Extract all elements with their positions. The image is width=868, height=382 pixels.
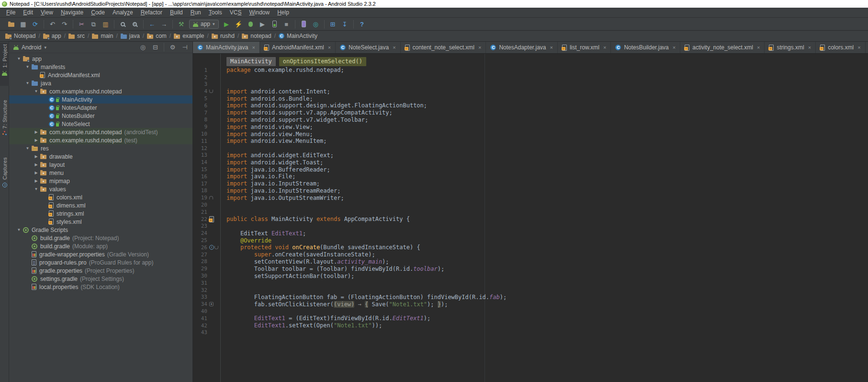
editor-tab-notesadapter-java[interactable]: CNotesAdapter.java× <box>486 42 558 53</box>
tree-row-settings.gradle[interactable]: settings.gradle(Project Settings) <box>9 275 192 283</box>
close-icon[interactable]: × <box>550 45 552 50</box>
breadcrumb-item-mainactivity[interactable]: CMainActivity <box>278 32 318 40</box>
tree-row-gradle.properties[interactable]: gradle.properties(Project Properties) <box>9 266 192 275</box>
tree-row-java[interactable]: ▼java <box>9 79 192 87</box>
collapse-all-button[interactable]: ⊟ <box>151 43 159 52</box>
tool-window-button-project[interactable]: 1: Project <box>0 43 9 86</box>
expanded-arrow-icon[interactable]: ▼ <box>32 187 40 191</box>
tree-row-strings.xml[interactable]: ‹›strings.xml <box>9 209 192 218</box>
menu-item-tools[interactable]: Tools <box>205 8 226 17</box>
menu-item-code[interactable]: Code <box>87 8 109 17</box>
editor-tab-notesbuilder-java[interactable]: CNotesBuilder.java× <box>611 42 680 53</box>
paste-button[interactable]: ▥ <box>101 20 110 28</box>
project-structure-button[interactable]: ⊞ <box>329 20 337 28</box>
breadcrumb-item-app[interactable]: app <box>42 32 62 40</box>
tree-row-mainactivity[interactable]: CMainActivity <box>9 95 192 104</box>
tree-row-res[interactable]: ▼res <box>9 144 192 152</box>
close-icon[interactable]: × <box>757 45 760 50</box>
tree-row-proguard-rules.pro[interactable]: proguard-rules.pro(ProGuard Rules for ap… <box>9 258 192 266</box>
breadcrumb-item-com[interactable]: com <box>146 32 168 40</box>
collapsed-arrow-icon[interactable]: ▶ <box>32 162 40 167</box>
expanded-arrow-icon[interactable]: ▼ <box>23 81 32 85</box>
collapsed-arrow-icon[interactable]: ▶ <box>32 179 40 183</box>
tool-window-button-structure[interactable]: 7: Structure <box>0 98 9 147</box>
run-button[interactable]: ▶ <box>223 20 231 28</box>
undo-button[interactable]: ↶ <box>48 20 56 28</box>
breadcrumb-item-rushd[interactable]: rushd <box>211 32 236 40</box>
stop-button[interactable]: ■ <box>282 20 291 28</box>
menu-item-build[interactable]: Build <box>166 8 187 17</box>
tree-row-values[interactable]: ▼values <box>9 185 192 193</box>
run-coverage-button[interactable]: ▶ <box>259 20 267 28</box>
fold-region-end-icon[interactable] <box>209 196 213 199</box>
project-tree[interactable]: ▼app▼manifests‹›AndroidManifest.xml▼java… <box>9 53 192 382</box>
tree-row-noteselect[interactable]: CNoteSelect <box>9 120 192 128</box>
settings-button[interactable]: ⚙ <box>169 43 177 52</box>
sdk-manager-button[interactable]: ◎ <box>312 20 320 28</box>
tree-row-dimens.xml[interactable]: ‹›dimens.xml <box>9 201 192 209</box>
cut-button[interactable]: ✂ <box>78 20 86 28</box>
editor-tab-mainactivity-java[interactable]: CMainActivity.java× <box>193 42 260 53</box>
expanded-arrow-icon[interactable]: ▼ <box>32 89 40 93</box>
replace-button[interactable]: A <box>131 20 139 28</box>
editor-surface[interactable]: MainActivityonOptionsItemSelected() 1pac… <box>193 54 868 382</box>
override-method-icon[interactable]: ↑ <box>209 245 214 250</box>
menu-item-view[interactable]: View <box>37 8 57 17</box>
editor-tab-activity-note-select-xml[interactable]: ‹›activity_note_select.xml× <box>680 42 765 53</box>
menu-item-edit[interactable]: Edit <box>19 8 37 17</box>
close-icon[interactable]: × <box>808 45 811 50</box>
debug-button[interactable] <box>247 20 255 28</box>
collapsed-arrow-icon[interactable]: ▶ <box>32 171 40 175</box>
tree-row-gradle-wrapper.properties[interactable]: gradle-wrapper.properties(Gradle Version… <box>9 250 192 258</box>
tree-row-app[interactable]: ▼app <box>9 55 192 63</box>
tree-row-com.example.rushd.notepad[interactable]: ▼com.example.rushd.notepad <box>9 87 192 95</box>
collapsed-arrow-icon[interactable]: ▶ <box>32 130 40 134</box>
menu-item-help[interactable]: Help <box>273 8 293 17</box>
tree-row-androidmanifest.xml[interactable]: ‹›AndroidManifest.xml <box>9 71 192 79</box>
tool-window-button-captures[interactable]: Captures <box>0 156 9 199</box>
close-icon[interactable]: × <box>252 45 255 50</box>
expanded-arrow-icon[interactable]: ▼ <box>23 65 32 69</box>
hide-button[interactable]: ⊣ <box>181 43 189 52</box>
tree-row-com.example.rushd.notepad[interactable]: ▶com.example.rushd.notepad(androidTest) <box>9 128 192 136</box>
fold-expand-icon[interactable]: + <box>209 302 214 306</box>
locate-button[interactable]: ◎ <box>139 43 147 52</box>
collapsed-arrow-icon[interactable]: ▶ <box>32 154 40 159</box>
menu-item-refactor[interactable]: Refactor <box>137 8 166 17</box>
close-icon[interactable]: × <box>328 45 331 50</box>
breadcrumb-item-notepad[interactable]: notepad <box>241 32 272 40</box>
expanded-arrow-icon[interactable]: ▼ <box>15 228 23 232</box>
menu-item-run[interactable]: Run <box>187 8 205 17</box>
menu-item-analyze[interactable]: Analyze <box>109 8 137 17</box>
apply-changes-button[interactable]: ⚡ <box>235 20 243 28</box>
breadcrumb-item-example[interactable]: example <box>173 32 205 40</box>
close-icon[interactable]: × <box>478 45 481 50</box>
tree-row-local.properties[interactable]: local.properties(SDK Location) <box>9 283 192 291</box>
back-button[interactable]: ← <box>148 20 156 28</box>
tree-row-layout[interactable]: ▶layout <box>9 161 192 169</box>
tree-row-manifests[interactable]: ▼manifests <box>9 63 192 71</box>
sync-button[interactable]: ⟳ <box>31 20 39 28</box>
save-all-button[interactable]: ▦ <box>19 20 27 28</box>
editor-tab-androidmanifest-xml[interactable]: ‹›AndroidManifest.xml× <box>260 42 336 53</box>
build-button[interactable]: ⚒ <box>177 20 185 28</box>
close-icon[interactable]: × <box>393 45 395 50</box>
close-icon[interactable]: × <box>673 45 676 50</box>
xml-file-icon[interactable]: ‹› <box>209 216 214 222</box>
forward-button[interactable]: → <box>160 20 168 28</box>
tree-row-com.example.rushd.notepad[interactable]: ▶com.example.rushd.notepad(test) <box>9 136 192 144</box>
avd-manager-button[interactable] <box>300 20 308 28</box>
breadcrumb-item-main[interactable]: main <box>91 32 114 40</box>
editor-tab-content-note-select-xml[interactable]: ‹›content_note_select.xml× <box>401 42 486 53</box>
tree-row-menu[interactable]: ▶menu <box>9 169 192 177</box>
menu-item-window[interactable]: Window <box>245 8 273 17</box>
open-button[interactable] <box>7 20 15 28</box>
attach-debugger-button[interactable] <box>271 20 279 28</box>
close-icon[interactable]: × <box>603 45 606 50</box>
project-view-selector[interactable]: Android ▾ <box>13 44 136 51</box>
fold-region-start-icon[interactable] <box>214 246 218 249</box>
editor-tab-list-row-xml[interactable]: ‹›list_row.xml× <box>558 42 611 53</box>
tree-row-notesadapter[interactable]: CNotesAdapter <box>9 104 192 112</box>
find-button[interactable] <box>119 20 127 28</box>
expanded-arrow-icon[interactable]: ▼ <box>23 146 32 150</box>
